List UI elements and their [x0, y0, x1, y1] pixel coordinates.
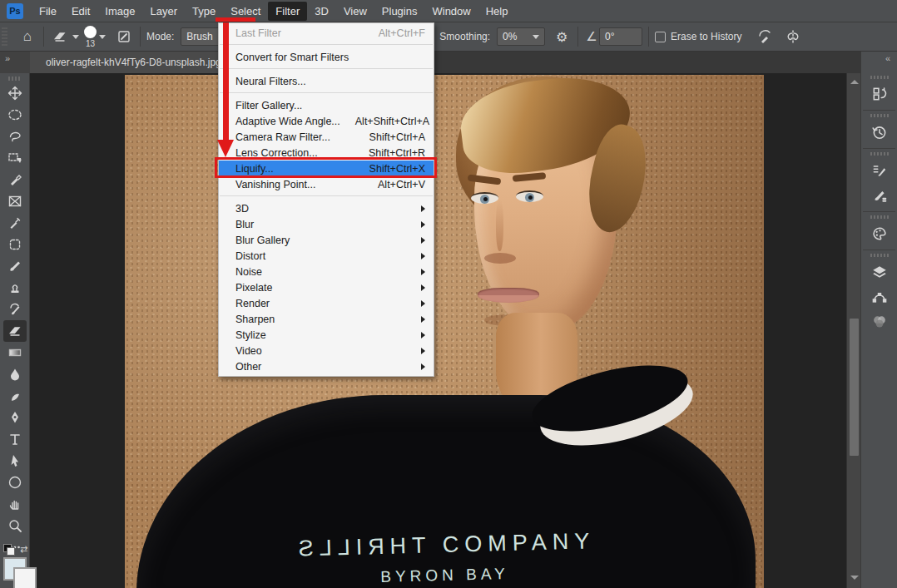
zoom-tool[interactable]	[3, 515, 27, 536]
tablet-pressure-icon[interactable]	[755, 27, 775, 47]
menu-item-adaptive-wide-angle[interactable]: Adaptive Wide Angle...Alt+Shift+Ctrl+A	[219, 113, 434, 129]
frame-tool[interactable]	[3, 190, 27, 212]
symmetry-icon[interactable]	[783, 27, 803, 47]
marquee-tool[interactable]	[3, 104, 27, 126]
layers-panel-icon[interactable]	[864, 259, 895, 284]
menu-item-label: Adaptive Wide Angle...	[235, 116, 340, 127]
hand-tool[interactable]	[3, 493, 27, 515]
scroll-up-icon[interactable]	[850, 80, 859, 84]
blur-tool[interactable]	[3, 363, 27, 385]
dock-grip[interactable]	[870, 254, 889, 257]
menu-item-shortcut: Alt+Shift+Ctrl+A	[340, 116, 429, 127]
menubar-item-filter[interactable]: Filter	[268, 2, 307, 21]
menubar-item-file[interactable]: File	[32, 2, 64, 21]
chevron-down-icon	[533, 35, 539, 39]
pen-tool[interactable]	[3, 407, 27, 428]
gear-icon[interactable]: ⚙	[552, 27, 572, 47]
menu-item-label: Other	[235, 361, 261, 373]
submenu-arrow-icon	[421, 221, 425, 228]
history-brush-tool[interactable]	[3, 299, 27, 320]
menu-item-sharpen[interactable]: Sharpen	[219, 311, 434, 327]
quick-selection-tool[interactable]	[3, 169, 27, 190]
tool-bar: ⇄	[0, 73, 30, 588]
dock-grip[interactable]	[870, 114, 889, 117]
document-tab[interactable]: oliver-ragfelt-khV4fTy6-D8-unsplash.jpg	[30, 52, 243, 73]
menu-item-distort[interactable]: Distort	[219, 248, 434, 264]
scrollbar-thumb[interactable]	[850, 319, 859, 456]
toggle-brush-panel-icon[interactable]	[114, 27, 134, 47]
menubar-item-image[interactable]: Image	[97, 2, 142, 21]
dock-separator	[863, 148, 895, 149]
menu-item-neural-filters[interactable]: Neural Filters...	[219, 73, 434, 89]
photoshop-logo[interactable]: Ps	[7, 3, 23, 19]
angle-field[interactable]: 0°	[599, 27, 642, 46]
dock-grip[interactable]	[870, 152, 889, 156]
toolbar-grip[interactable]	[8, 77, 22, 81]
menu-item-render[interactable]: Render	[219, 295, 434, 311]
background-color-swatch[interactable]	[13, 567, 37, 588]
menu-item-stylize[interactable]: Stylize	[219, 327, 434, 343]
menu-item-3d[interactable]: 3D	[219, 200, 434, 216]
chevron-down-icon[interactable]	[99, 35, 106, 39]
dock-collapse[interactable]: «	[861, 52, 897, 73]
options-bar-grip[interactable]	[2, 27, 7, 46]
brush-tip-icon[interactable]: 13	[84, 26, 97, 48]
swap-colors-icon[interactable]: ⇄	[20, 544, 27, 555]
menu-item-filter-gallery[interactable]: Filter Gallery...	[219, 97, 434, 113]
menu-item-vanishing-point[interactable]: Vanishing Point...Alt+Ctrl+V	[219, 176, 434, 192]
canvas-area[interactable]: THRILLSCOMPANY BYRON BAY	[30, 73, 846, 588]
object-selection-tool[interactable]	[3, 147, 27, 169]
dock-grip[interactable]	[870, 76, 889, 79]
divider	[648, 27, 649, 47]
menu-item-other[interactable]: Other	[219, 358, 434, 374]
menu-item-blur-gallery[interactable]: Blur Gallery	[219, 232, 434, 248]
mode-value: Brush	[186, 31, 212, 42]
chevron-down-icon[interactable]	[72, 35, 79, 39]
brush-settings-panel-icon[interactable]	[864, 158, 895, 183]
brush-tool[interactable]	[3, 255, 27, 277]
move-tool[interactable]	[3, 82, 27, 104]
menubar-item-window[interactable]: Window	[424, 2, 478, 21]
menubar-item-plugins[interactable]: Plugins	[374, 2, 425, 21]
menubar-item-help[interactable]: Help	[478, 2, 516, 21]
eraser-tool[interactable]	[3, 320, 27, 342]
smudge-tool[interactable]	[3, 385, 27, 407]
menu-item-convert-for-smart-filters[interactable]: Convert for Smart Filters	[219, 49, 434, 65]
menu-item-noise[interactable]: Noise	[219, 264, 434, 279]
gradient-tool[interactable]	[3, 342, 27, 363]
menu-item-camera-raw-filter[interactable]: Camera Raw Filter...Shift+Ctrl+A	[219, 129, 434, 145]
menu-item-pixelate[interactable]: Pixelate	[219, 279, 434, 295]
menubar-item-layer[interactable]: Layer	[143, 2, 186, 21]
brushes-panel-icon[interactable]	[864, 183, 895, 208]
scroll-down-icon[interactable]	[850, 576, 859, 580]
eyedropper-tool[interactable]	[3, 212, 27, 234]
type-tool[interactable]	[3, 428, 27, 450]
home-icon[interactable]: ⌂	[17, 27, 37, 47]
channels-panel-icon[interactable]	[864, 309, 895, 334]
lasso-tool[interactable]	[3, 126, 27, 147]
history-panel-icon[interactable]	[864, 120, 895, 145]
shape-tool[interactable]	[3, 472, 27, 493]
menu-item-label: Distort	[235, 250, 265, 262]
healing-brush-tool[interactable]	[3, 234, 27, 255]
submenu-arrow-icon	[421, 269, 425, 275]
menu-item-label: Neural Filters...	[235, 76, 306, 87]
toolbar-collapse[interactable]: »	[0, 52, 30, 73]
path-selection-tool[interactable]	[3, 450, 27, 472]
brush-size-value: 13	[86, 40, 95, 48]
vertical-scrollbar[interactable]	[846, 73, 860, 588]
erase-to-history-checkbox[interactable]	[655, 32, 666, 42]
layer-comps-panel-icon[interactable]	[864, 82, 895, 106]
menu-item-video[interactable]: Video	[219, 343, 434, 358]
clone-stamp-tool[interactable]	[3, 277, 27, 299]
menubar-item-view[interactable]: View	[336, 2, 374, 21]
eraser-preset-icon[interactable]	[50, 27, 70, 47]
color-panel-icon[interactable]	[864, 221, 895, 246]
default-colors-icon[interactable]	[3, 544, 13, 554]
smoothing-select[interactable]: 0%	[497, 27, 545, 46]
menu-item-blur[interactable]: Blur	[219, 216, 434, 232]
dock-grip[interactable]	[870, 215, 889, 219]
paths-panel-icon[interactable]	[864, 284, 895, 309]
menubar-item-edit[interactable]: Edit	[64, 2, 97, 21]
menubar-item-3d[interactable]: 3D	[307, 2, 336, 21]
